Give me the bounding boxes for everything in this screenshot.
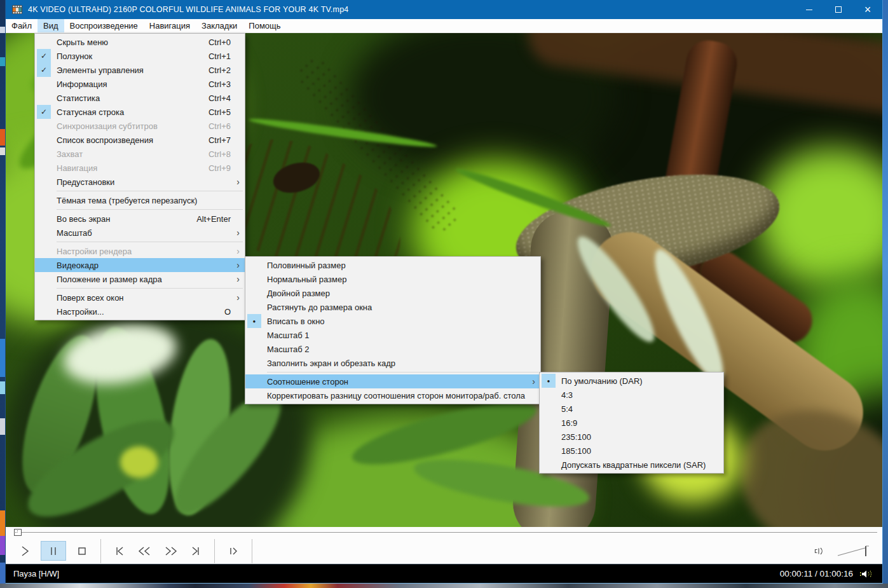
menu-view[interactable]: Вид <box>38 19 64 32</box>
pause-button[interactable] <box>41 541 66 561</box>
check-gutter <box>37 91 51 105</box>
menu-item-zoom-1[interactable]: Масштаб 1 <box>245 328 540 342</box>
play-button[interactable] <box>17 543 33 559</box>
maximize-button[interactable] <box>824 0 853 19</box>
menu-item-half-size[interactable]: Половинный размер <box>245 258 540 272</box>
menu-item-hide-menu[interactable]: Скрыть менюCtrl+0 <box>35 35 245 49</box>
skip-to-end-button[interactable] <box>188 543 204 559</box>
check-gutter <box>37 258 51 272</box>
menu-item-aspect-sar[interactable]: Допускать квадратные пиксели (SAR) <box>540 458 723 472</box>
volume-slider[interactable] <box>837 544 871 558</box>
radio-gutter <box>247 388 261 402</box>
menu-item-label: 5:4 <box>561 404 573 414</box>
seek-handle[interactable] <box>14 529 22 536</box>
check-icon: ✓ <box>41 65 47 74</box>
menu-item-capture: ЗахватCtrl+8 <box>35 147 245 161</box>
menu-help[interactable]: Помощь <box>243 19 286 32</box>
menu-separator <box>267 372 538 373</box>
menu-item-aspect-235-100[interactable]: 235:100 <box>540 430 723 444</box>
menu-item-label: 235:100 <box>561 432 591 442</box>
menu-item-controls[interactable]: ✓Элементы управленияCtrl+2 <box>35 63 245 77</box>
menu-item-label: Во весь экран <box>57 214 110 224</box>
menu-item-navigation: НавигацияCtrl+9 <box>35 161 245 175</box>
menu-item-aspect-5-4[interactable]: 5:4 <box>540 402 723 416</box>
stop-button[interactable] <box>74 543 90 559</box>
titlebar[interactable]: 4K VIDEO (ULTRAHD) 2160P COLORFUL WILDLI… <box>6 0 882 19</box>
close-button[interactable]: × <box>853 0 882 19</box>
menu-item-dark-theme[interactable]: Тёмная тема (требуется перезапуск) <box>35 193 245 207</box>
menu-item-stretch-to-window[interactable]: Растянуть до размера окна <box>245 300 540 314</box>
video-art-fruit <box>120 446 158 478</box>
menu-item-video-frame[interactable]: Видеокадр› <box>35 258 245 272</box>
menu-item-options[interactable]: Настройки...O <box>35 304 245 318</box>
menu-item-aspect-default-dar[interactable]: ●По умолчанию (DAR) <box>540 374 723 388</box>
menubar: Файл Вид Воспроизведение Навигация Закла… <box>6 19 882 33</box>
menu-item-playlist[interactable]: Список воспроизведенияCtrl+7 <box>35 133 245 147</box>
menu-item-presets[interactable]: Предустановки› <box>35 175 245 189</box>
menu-item-aspect-185-100[interactable]: 185:100 <box>540 444 723 458</box>
skip-to-end-icon <box>189 544 203 558</box>
menu-item-label: Видеокадр <box>57 261 99 270</box>
menu-separator <box>57 288 243 289</box>
desktop-icon-fragment <box>0 563 5 584</box>
menu-item-statistics[interactable]: СтатистикаCtrl+4 <box>35 91 245 105</box>
menu-item-label: Соотношение сторон <box>267 377 348 386</box>
skip-to-start-button[interactable] <box>111 543 128 559</box>
menu-item-correct-monitor-aspect[interactable]: Корректировать разницу соотношения сторо… <box>245 388 540 402</box>
submenu-arrow-icon: › <box>236 244 240 258</box>
skip-to-start-icon <box>113 544 126 558</box>
menu-separator <box>57 191 243 191</box>
minimize-button[interactable] <box>795 0 824 19</box>
stop-icon <box>75 544 89 558</box>
menu-item-label: Ползунок <box>57 51 92 61</box>
menu-item-zoom-2[interactable]: Масштаб 2 <box>245 342 540 356</box>
statusbar: Пауза [H/W] 00:00:11 / 01:00:16 <box>6 564 882 583</box>
menu-item-pan-scan[interactable]: Положение и размер кадра› <box>35 272 245 286</box>
menu-item-double-size[interactable]: Двойной размер <box>245 286 540 300</box>
seek-track[interactable] <box>14 532 877 533</box>
menu-shortcut: Ctrl+8 <box>208 149 231 159</box>
check-gutter <box>37 35 51 49</box>
pause-icon <box>46 544 60 558</box>
controls-separator <box>100 539 101 563</box>
menu-item-label: Информация <box>57 79 107 89</box>
menu-item-always-on-top[interactable]: Поверх всех окон› <box>35 291 245 304</box>
menu-file[interactable]: Файл <box>6 19 38 32</box>
menu-item-fullscreen[interactable]: Во весь экранAlt+Enter <box>35 212 245 226</box>
menu-shortcut: Ctrl+0 <box>208 38 231 47</box>
seek-bar[interactable] <box>6 527 882 538</box>
transport-controls <box>6 538 882 564</box>
fast-forward-button[interactable] <box>161 543 181 559</box>
menu-item-fill-and-crop[interactable]: Заполнить экран и обрезать кадр <box>245 356 540 370</box>
submenu-arrow-icon: › <box>236 258 240 272</box>
menu-item-label: Статусная строка <box>57 107 124 117</box>
check-gutter <box>37 291 51 304</box>
menu-item-aspect-4-3[interactable]: 4:3 <box>540 388 723 402</box>
menu-separator <box>57 242 243 242</box>
menu-navigation[interactable]: Навигация <box>144 19 196 32</box>
menu-label: Файл <box>11 21 32 31</box>
menu-item-fit-to-window[interactable]: ●Вписать в окно <box>245 314 540 328</box>
frame-step-button[interactable] <box>225 543 242 559</box>
menu-item-aspect-16-9[interactable]: 16:9 <box>540 416 723 430</box>
menu-shortcut: Ctrl+5 <box>208 107 231 117</box>
menu-separator <box>57 209 243 210</box>
check-gutter <box>37 193 51 207</box>
menu-bookmarks[interactable]: Закладки <box>196 19 243 32</box>
menu-item-status-bar[interactable]: ✓Статусная строкаCtrl+5 <box>35 105 245 119</box>
rewind-button[interactable] <box>134 543 154 559</box>
menu-item-label: Список воспроизведения <box>57 135 153 145</box>
desktop-icon-fragment <box>0 27 5 33</box>
check-icon: ✓ <box>41 51 47 60</box>
speaker-icon[interactable] <box>812 545 826 557</box>
menu-item-normal-size[interactable]: Нормальный размер <box>245 272 540 286</box>
submenu-arrow-icon: › <box>236 291 240 304</box>
menu-item-aspect-ratio[interactable]: Соотношение сторон› <box>245 374 540 388</box>
submenu-arrow-icon: › <box>236 272 240 286</box>
time-display: 00:00:11 / 01:00:16 <box>780 569 853 578</box>
menu-item-seek-slider[interactable]: ✓ПолзунокCtrl+1 <box>35 49 245 63</box>
menu-item-zoom[interactable]: Масштаб› <box>35 226 245 240</box>
play-icon <box>18 544 32 558</box>
menu-item-information[interactable]: ИнформацияCtrl+3 <box>35 77 245 91</box>
menu-playback[interactable]: Воспроизведение <box>64 19 144 32</box>
